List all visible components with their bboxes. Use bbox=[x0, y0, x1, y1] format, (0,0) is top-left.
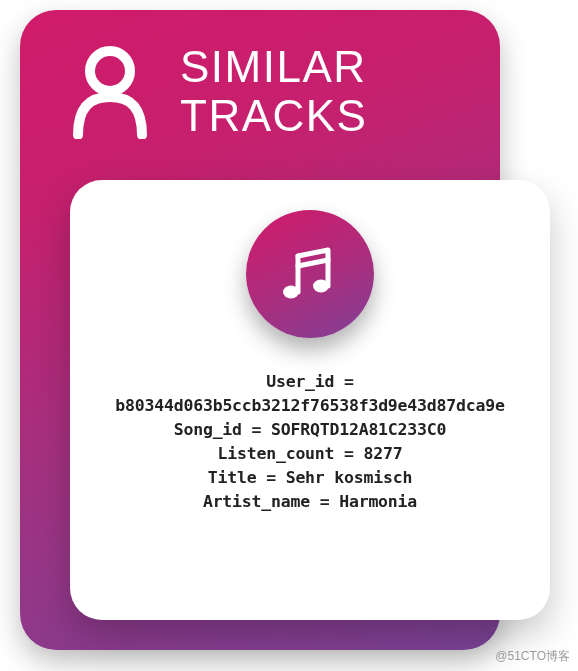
user-id-value: b80344d063b5ccb3212f76538f3d9e43d87dca9e bbox=[115, 396, 504, 415]
artist-name-label: Artist_name bbox=[203, 492, 310, 511]
card-header: SIMILAR TRACKS bbox=[20, 10, 500, 141]
music-icon-badge bbox=[246, 210, 374, 338]
title-line-1: SIMILAR bbox=[180, 42, 367, 91]
svg-point-0 bbox=[90, 51, 130, 91]
card-title: SIMILAR TRACKS bbox=[180, 42, 367, 141]
svg-point-2 bbox=[313, 280, 329, 293]
track-title-label: Title bbox=[208, 468, 257, 487]
artist-name-value: Harmonia bbox=[339, 492, 417, 511]
watermark: @51CTO博客 bbox=[495, 648, 570, 665]
track-title-value: Sehr kosmisch bbox=[286, 468, 413, 487]
listen-count-value: 8277 bbox=[364, 444, 403, 463]
song-id-value: SOFRQTD12A81C233C0 bbox=[271, 420, 446, 439]
user-icon bbox=[70, 43, 150, 139]
user-id-label: User_id bbox=[266, 372, 334, 391]
song-id-label: Song_id bbox=[174, 420, 242, 439]
music-note-icon bbox=[278, 242, 342, 306]
track-detail-card: User_id = b80344d063b5ccb3212f76538f3d9e… bbox=[70, 180, 550, 620]
listen-count-label: Listen_count bbox=[218, 444, 335, 463]
track-data-block: User_id = b80344d063b5ccb3212f76538f3d9e… bbox=[115, 370, 504, 514]
title-line-2: TRACKS bbox=[180, 91, 367, 140]
svg-point-1 bbox=[283, 286, 299, 299]
